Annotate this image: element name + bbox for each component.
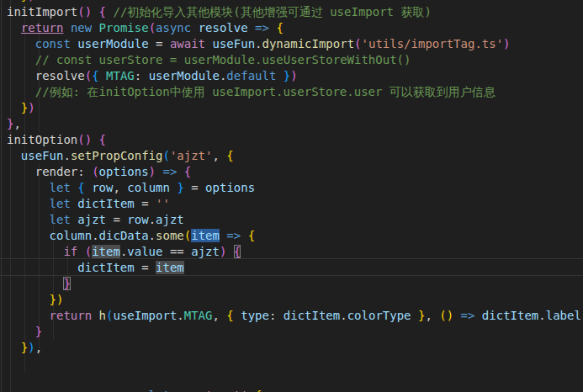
code-token: = [184,389,205,392]
code-token: => [162,165,177,178]
code-line[interactable]: column.dicData.some(item => { [7,228,255,244]
code-token: . [149,229,156,242]
code-token: useFun [213,37,256,50]
code-line[interactable]: //例如: 在initOption中使用 useImport.userStore… [7,84,496,100]
code-line[interactable]: }, [7,116,21,132]
code-token: : [269,309,284,322]
code-editor[interactable]: })initImport() { //初始化导入其他模块(其他增强可通过 use… [0,0,583,392]
code-token [241,229,247,242]
code-token [7,85,35,98]
code-token [7,0,21,3]
code-token: label [546,309,581,322]
code-token [92,309,98,322]
code-token [7,53,35,66]
code-token [92,133,98,146]
code-token [92,21,98,34]
code-token: . [63,149,70,162]
code-token [7,165,35,178]
code-token: initOption [7,133,77,146]
code-token: MTAG [184,309,213,322]
code-token: { [184,165,191,178]
code-line[interactable]: }), [7,340,42,356]
code-token: setPropConfig [71,149,163,162]
code-line[interactable]: useFun.setPropConfig('ajzt', { [7,148,234,164]
code-token [92,5,98,19]
code-token: . [538,309,545,322]
code-token: => [461,309,475,322]
code-line[interactable]: }) [7,292,63,308]
code-token [411,309,418,322]
code-line[interactable]: }) [7,100,35,116]
code-token: () [77,5,92,19]
code-token: row [92,181,113,194]
code-token: let [149,389,178,392]
code-token: item [92,245,120,258]
code-token [226,245,233,258]
code-token [191,21,198,34]
code-token: dictItem [77,261,134,274]
code-token: return [21,21,64,34]
code-line[interactable]: } [7,276,71,292]
code-token [7,277,63,290]
code-line[interactable]: if (item.value == ajzt) { [7,244,241,260]
code-token: ) [149,165,156,178]
code-line[interactable]: } [7,324,42,340]
code-line[interactable]: render: (options) => { [7,164,191,180]
code-line[interactable]: let dictItem = '' [7,196,170,212]
code-token: () [439,309,453,322]
code-token: , [212,149,226,162]
code-line[interactable]: resolve({ MTAG: userModule.default }) [7,68,298,84]
code-token [453,309,460,322]
code-token: let [50,181,71,194]
code-line[interactable]: let { row, column } = options [7,180,255,196]
code-token: 'utils/importTag.ts' [362,37,504,50]
code-token [7,341,21,354]
code-token: useFun [21,149,64,162]
code-token: . [255,37,262,50]
code-line[interactable]: const userModule = await useFun.dynamicI… [7,36,511,52]
code-token: //例如: 在initOption中使用 useImport.userStore… [35,85,496,98]
code-token: resolve [35,69,85,82]
code-token: value [127,245,162,258]
code-line[interactable]: initOption() { [7,132,106,148]
code-token: : [77,165,92,178]
code-token: = [184,181,205,194]
code-token: , [425,309,439,322]
code-token: { [226,149,233,162]
code-line[interactable]: // const userStore = userModule.useUserS… [7,52,411,68]
code-token: h [99,309,106,322]
code-token: ) [503,37,510,50]
code-line[interactable]: dictItem = item [7,260,184,276]
code-token [7,293,50,306]
code-token: const [35,37,71,50]
code-line[interactable]: return new Promise(async resolve => { [7,20,284,36]
code-line[interactable]: let v = 'xxzt' { [7,388,262,392]
code-line[interactable]: initImport() { //初始化导入其他模块(其他增强可通过 useIm… [7,4,432,20]
code-token: ajzt [77,213,106,226]
code-token: ( [85,69,92,82]
code-token: { [92,69,98,82]
code-token: . [340,309,347,322]
code-token: ( [92,165,98,178]
code-token [7,181,50,194]
code-token: == [162,245,191,258]
code-token: colorType [347,309,411,322]
code-token: column [50,229,93,242]
code-token: = [149,37,170,50]
code-token: if [63,245,77,258]
code-token: row [127,213,148,226]
code-line[interactable]: let ajzt = row.ajzt [7,212,184,228]
code-token: options [99,165,149,178]
code-token: ) [28,0,34,3]
code-token [276,69,283,82]
code-token: ) [56,293,63,306]
code-token: MTAG [106,69,135,82]
code-line[interactable]: return h(useImport.MTAG, { type: dictIte… [7,308,583,324]
code-token [7,389,149,392]
code-token: dicData [99,229,149,242]
code-token: let [50,213,71,226]
code-token [7,21,21,34]
code-token: new [71,21,92,34]
code-token [99,69,106,82]
code-token: dynamicImport [262,37,355,50]
